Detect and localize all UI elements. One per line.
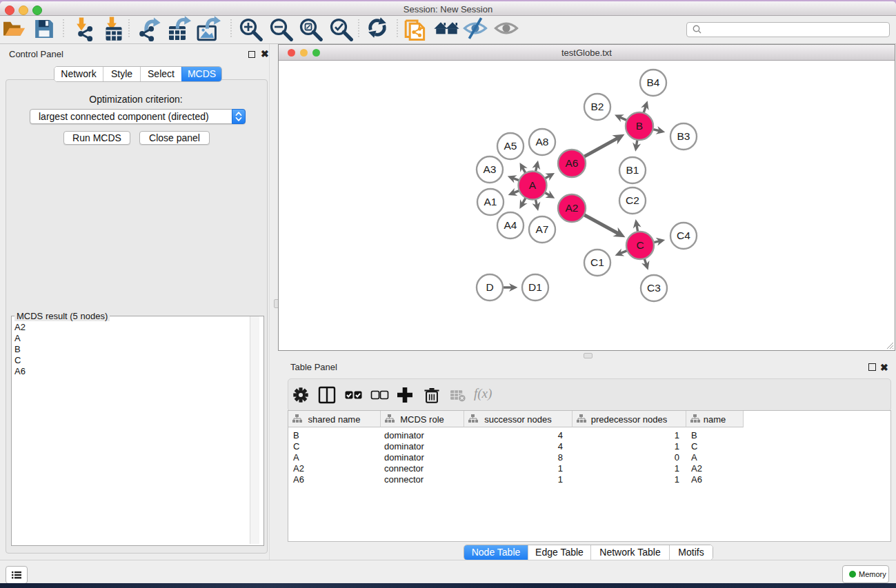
- svg-text:A1: A1: [484, 196, 497, 207]
- svg-text:D: D: [486, 281, 493, 293]
- svg-text:B2: B2: [591, 101, 604, 112]
- svg-text:C2: C2: [626, 194, 639, 206]
- svg-text:A: A: [529, 179, 537, 191]
- svg-text:A5: A5: [504, 140, 517, 152]
- svg-text:B4: B4: [647, 77, 660, 88]
- svg-text:B1: B1: [626, 164, 639, 176]
- svg-text:A7: A7: [536, 223, 549, 235]
- svg-text:A3: A3: [484, 163, 497, 175]
- svg-text:A2: A2: [566, 202, 579, 214]
- svg-text:C4: C4: [677, 230, 690, 241]
- svg-text:C: C: [636, 239, 644, 251]
- svg-text:B: B: [636, 120, 643, 132]
- svg-text:D1: D1: [528, 281, 542, 293]
- svg-text:B3: B3: [677, 130, 690, 142]
- svg-text:C3: C3: [647, 282, 661, 294]
- svg-text:A4: A4: [504, 219, 517, 231]
- svg-text:A6: A6: [566, 157, 579, 169]
- svg-text:A8: A8: [536, 136, 549, 148]
- svg-text:C1: C1: [590, 256, 604, 268]
